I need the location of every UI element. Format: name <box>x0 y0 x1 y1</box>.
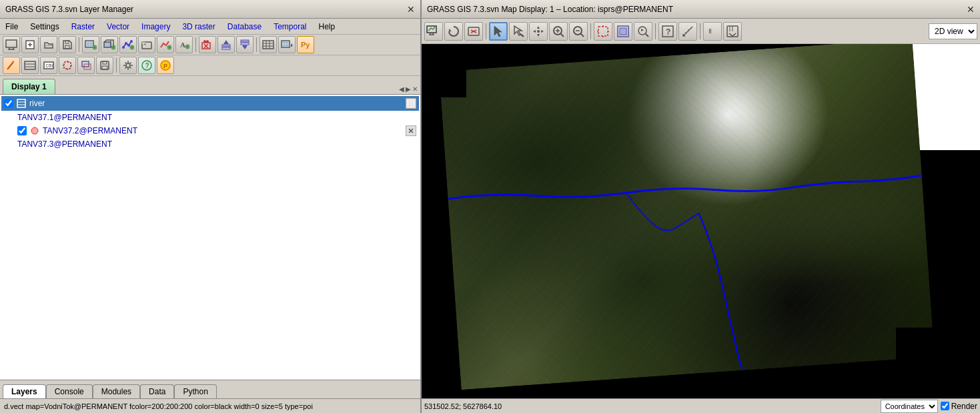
sub-item-1-btn[interactable] <box>406 125 416 136</box>
toolbar-add-group-btn[interactable]: + <box>138 36 155 53</box>
map-toolbar-sep-4 <box>700 23 700 39</box>
menu-temporal[interactable]: Temporal <box>271 21 309 33</box>
secondary-toolbar: cmd ? P <box>0 55 420 76</box>
toolbar-python-btn[interactable]: Py <box>297 36 314 53</box>
toolbar-add-raster-btn[interactable] <box>82 36 99 53</box>
sub-item-2[interactable]: TANV37.3@PERMANENT <box>15 137 419 151</box>
toolbar-add-cmd-layer-btn[interactable]: cmd <box>40 57 57 74</box>
menu-database[interactable]: Database <box>225 21 264 33</box>
render-label[interactable]: Render <box>941 402 977 411</box>
map-btn-erase[interactable] <box>464 22 483 41</box>
map-btn-save[interactable] <box>723 22 742 41</box>
toolbar-python2-btn[interactable]: P <box>157 57 174 74</box>
sub-item-label-1: TANV37.2@PERMANENT <box>43 126 137 135</box>
layer-manager-close-btn[interactable]: ✕ <box>407 4 415 15</box>
map-btn-select[interactable] <box>509 22 528 41</box>
menu-raster[interactable]: Raster <box>69 21 97 33</box>
menu-vector[interactable]: Vector <box>104 21 132 33</box>
layer-group-river[interactable]: river <box>1 96 419 111</box>
map-btn-overlay[interactable]: Ⅱ <box>703 22 722 41</box>
display-nav-next[interactable]: ▶ <box>406 85 411 93</box>
layer-group-checkbox[interactable] <box>4 99 13 108</box>
coordinates-display: 531502.52; 5627864.10 <box>424 402 502 410</box>
tab-modules[interactable]: Modules <box>93 384 140 398</box>
svg-rect-85 <box>17 99 25 107</box>
svg-marker-47 <box>223 40 229 44</box>
tab-python[interactable]: Python <box>174 384 216 398</box>
menu-3draster[interactable]: 3D raster <box>179 21 217 33</box>
svg-marker-107 <box>537 34 540 37</box>
tab-layers[interactable]: Layers <box>3 384 46 398</box>
coordinates-type-select[interactable]: Coordinates <box>881 400 938 413</box>
bottom-tabs: Layers Console Modules Data Python <box>0 380 420 398</box>
tab-console[interactable]: Console <box>46 384 93 398</box>
view-select[interactable]: 2D view 3D view <box>929 23 977 39</box>
layer-group-name: river <box>29 99 45 108</box>
toolbar-open-workspace-btn[interactable] <box>40 36 57 53</box>
sub-item-1[interactable]: TANV37.2@PERMANENT <box>15 124 419 137</box>
svg-rect-17 <box>104 42 111 47</box>
menu-file[interactable]: File <box>3 21 21 33</box>
svg-rect-88 <box>408 100 414 107</box>
toolbar-manage-layers-btn[interactable] <box>21 57 39 74</box>
toolbar-add-vector-btn[interactable] <box>119 36 137 53</box>
toolbar-attribute-table-btn[interactable] <box>260 36 277 53</box>
toolbar-move-layer-up-btn[interactable] <box>217 36 235 53</box>
svg-rect-51 <box>263 41 274 49</box>
layer-list: river TANV37.1@PERMANENT TANV37.2@PERMAN… <box>0 95 420 380</box>
toolbar-create-workspace-btn[interactable] <box>21 36 39 53</box>
map-area[interactable] <box>422 44 980 398</box>
map-display: GRASS GIS 7.3.svn Map Display: 1 – Locat… <box>422 0 980 413</box>
svg-marker-99 <box>449 29 452 31</box>
svg-rect-0 <box>6 40 17 47</box>
map-btn-pan[interactable] <box>529 22 548 41</box>
toolbar-save-map-btn[interactable] <box>96 57 113 74</box>
toolbar-show-region-btn[interactable] <box>59 57 76 74</box>
menu-settings[interactable]: Settings <box>27 21 61 33</box>
display-tab-1[interactable]: Display 1 <box>3 79 55 94</box>
map-btn-zoom-back[interactable] <box>634 22 652 41</box>
menu-imagery[interactable]: Imagery <box>139 21 173 33</box>
svg-text:Ⅱ: Ⅱ <box>708 27 712 35</box>
main-toolbar: + A <box>0 35 420 55</box>
toolbar-new-display-btn[interactable] <box>3 36 20 53</box>
map-btn-zoom-out[interactable] <box>569 22 588 41</box>
toolbar-add-vector2-btn[interactable] <box>157 36 174 53</box>
toolbar-import-btn[interactable] <box>278 36 296 53</box>
toolbar-settings-btn[interactable] <box>119 57 137 74</box>
svg-point-91 <box>31 127 38 134</box>
map-btn-render[interactable] <box>444 22 463 41</box>
svg-rect-9 <box>85 41 93 47</box>
map-btn-query[interactable]: ? <box>658 22 677 41</box>
toolbar-delete-layer-btn[interactable] <box>199 36 216 53</box>
svg-line-129 <box>683 27 692 36</box>
menu-help[interactable]: Help <box>316 21 338 33</box>
toolbar-overlay-cmd-btn[interactable] <box>77 57 95 74</box>
map-btn-zoom-map[interactable] <box>614 22 632 41</box>
map-close-btn[interactable]: ✕ <box>967 4 975 15</box>
toolbar-add-labels-btn[interactable]: A <box>175 36 193 53</box>
map-btn-pointer[interactable] <box>489 22 508 41</box>
toolbar2-sep <box>116 58 117 73</box>
svg-rect-70 <box>64 62 71 69</box>
toolbar-save-workspace-btn[interactable] <box>59 36 76 53</box>
display-tab-close[interactable]: ✕ <box>412 85 418 93</box>
sub-item-1-checkbox[interactable] <box>17 126 27 135</box>
sub-item-0[interactable]: TANV37.1@PERMANENT <box>15 111 419 124</box>
toolbar-digitize-btn[interactable] <box>3 57 20 74</box>
render-checkbox[interactable] <box>941 402 949 410</box>
svg-point-25 <box>130 40 133 43</box>
map-btn-zoom-region[interactable] <box>594 22 612 41</box>
map-btn-display[interactable] <box>424 22 443 41</box>
tab-data[interactable]: Data <box>140 384 174 398</box>
toolbar-move-layer-down-btn[interactable] <box>236 36 254 53</box>
layer-manager-titlebar: GRASS GIS 7.3.svn Layer Manager ✕ <box>0 0 420 19</box>
map-btn-measure[interactable] <box>678 22 697 41</box>
display-nav-prev[interactable]: ◀ <box>399 85 404 93</box>
map-btn-zoom-in[interactable] <box>549 22 568 41</box>
svg-marker-106 <box>537 26 540 29</box>
svg-marker-50 <box>242 45 248 49</box>
toolbar-help-btn[interactable]: ? <box>138 57 155 74</box>
toolbar-add-raster3d-btn[interactable] <box>101 36 118 53</box>
layer-options-btn[interactable] <box>406 98 416 109</box>
